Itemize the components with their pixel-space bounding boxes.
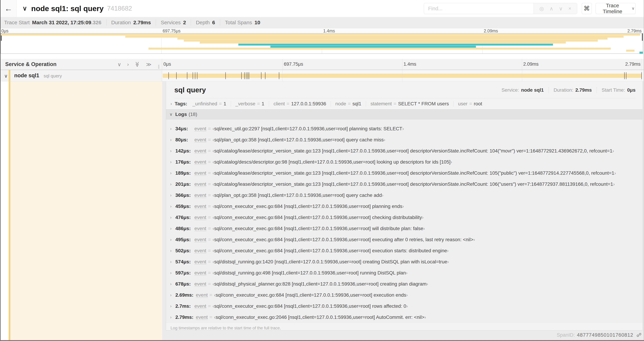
log-close-quote: › — [474, 237, 475, 242]
log-entry-row[interactable]: › 678μs: event = ‹sql/distsql_physical_p… — [166, 278, 642, 289]
log-field-value: sql/distsql_running.go:498 [nsql1,client… — [214, 270, 406, 276]
view-selector-button[interactable]: Trace Timeline ∨ — [596, 3, 636, 14]
log-field-value: sql/catalog/lease/descriptor_version_sta… — [214, 148, 612, 154]
log-entry-row[interactable]: › 476μs: event = ‹sql/conn_executor_exec… — [166, 212, 642, 223]
span-row-timeline-cell[interactable] — [163, 70, 642, 81]
log-marker-tick — [187, 72, 187, 79]
log-field-key: event — [194, 303, 206, 309]
log-entry-row[interactable]: › 189μs: event = ‹sql/catalog/lease/desc… — [166, 168, 642, 179]
clear-find-icon[interactable]: × — [568, 6, 572, 12]
link-icon[interactable] — [636, 332, 642, 338]
log-entry-row[interactable]: › 2.69ms: event = ‹sql/conn_executor_exe… — [166, 289, 642, 301]
trace-summary-item: Services 2 — [156, 20, 186, 26]
log-entry-row[interactable]: › 495μs: event = ‹sql/conn_executor_exec… — [166, 234, 642, 245]
log-marker-tick — [195, 72, 195, 79]
summary-value: 6 — [212, 20, 215, 26]
log-entry-row[interactable]: › 2.7ms: event = ‹sql/conn_executor_exec… — [166, 301, 642, 312]
log-field-key: event — [194, 237, 206, 242]
tick-label: 697.75μs — [163, 29, 180, 34]
service-color-strip — [9, 70, 10, 81]
tag-item: _unfinished = 1 — [192, 101, 226, 107]
minimap-span-bar — [184, 40, 598, 42]
back-button[interactable]: ← — [0, 0, 16, 17]
log-field-value: sql/plan_opt.go:358 [nsql1,client=127.0.… — [214, 137, 384, 143]
axis-tick-label: 2.09ms — [523, 62, 539, 67]
log-entry-row[interactable]: › 486μs: event = ‹sql/conn_executor_exec… — [166, 223, 642, 234]
log-entry-row[interactable]: › 502μs: event = ‹sql/conn_executor_exec… — [166, 245, 642, 256]
log-field-key: event — [194, 193, 206, 198]
chevron-right-icon: › — [170, 304, 173, 308]
span-row[interactable]: ∨ node sql1 sql query — [0, 70, 644, 82]
log-close-quote: › — [382, 192, 383, 198]
log-open-quote: ‹ — [212, 170, 214, 176]
log-entry-row[interactable]: › 142μs: event = ‹sql/catalog/lease/desc… — [166, 145, 642, 156]
next-match-icon[interactable]: ∨ — [559, 6, 563, 12]
log-open-quote: ‹ — [214, 292, 216, 298]
minimap-right-handle[interactable] — [642, 34, 643, 41]
keyboard-shortcuts-button[interactable]: ⌘ — [582, 3, 592, 14]
collapse-trace-icon[interactable]: ∨ — [22, 5, 27, 12]
left-column — [0, 82, 162, 340]
prev-match-icon[interactable]: ∧ — [550, 6, 553, 12]
span-detail-title: sql query — [174, 86, 206, 94]
back-icon: ← — [4, 4, 12, 13]
log-entry-row[interactable]: › 80μs: event = ‹sql/plan_opt.go:358 [ns… — [166, 134, 642, 145]
log-open-quote: ‹ — [212, 281, 214, 287]
tag-equals: = — [394, 101, 396, 107]
log-field-key: event — [194, 126, 206, 131]
logs-accordion-header[interactable]: ∨ Logs (18) — [166, 109, 642, 119]
log-entry-row[interactable]: › 176μs: event = ‹sql/catalog/descs/desc… — [166, 156, 642, 168]
log-field-key: event — [194, 204, 206, 209]
log-entry-row[interactable]: › 459μs: event = ‹sql/conn_executor_exec… — [166, 201, 642, 212]
log-marker-tick — [261, 72, 262, 79]
log-equals: = — [208, 270, 211, 276]
chevron-down-icon: ∨ — [632, 6, 634, 11]
focus-match-icon[interactable]: ◎ — [539, 6, 544, 12]
log-entry-row[interactable]: › 34μs: event = ‹sql/exec_util.go:2297 [… — [166, 123, 642, 134]
chevron-right-icon: › — [170, 138, 173, 142]
log-entry-row[interactable]: › 201μs: event = ‹sql/catalog/lease/desc… — [166, 179, 642, 190]
chevron-right-icon: › — [170, 271, 173, 275]
span-row-name-cell[interactable]: ∨ node sql1 sql query — [0, 70, 162, 81]
log-field-key: event — [194, 248, 206, 253]
log-timestamp: 142μs: — [175, 148, 192, 154]
find-control: ◎ ∧ ∨ × — [424, 3, 577, 14]
log-field-key: event — [194, 137, 206, 142]
log-marker-tick — [279, 72, 279, 79]
service-color-strip — [9, 82, 10, 340]
collapse-all-icon[interactable]: ≫ — [134, 62, 140, 67]
expand-one-icon[interactable]: › — [127, 61, 129, 67]
window-bottom-edge — [0, 340, 644, 341]
tag-key: client — [274, 101, 285, 107]
log-marker-tick — [197, 72, 197, 79]
logs-title: Logs — [175, 112, 187, 117]
timeline-gridline — [642, 59, 642, 70]
log-marker-tick — [168, 72, 169, 79]
log-entry-row[interactable]: › 574μs: event = ‹sql/distsql_running.go… — [166, 256, 642, 267]
tags-accordion[interactable]: › Tags: _unfinished = 1 _verbose = 1 cli… — [170, 98, 636, 109]
log-field-key: event — [194, 215, 206, 220]
log-entry-row[interactable]: › 366μs: event = ‹sql/plan_opt.go:358 [n… — [166, 190, 642, 201]
log-entry-row[interactable]: › 2.79ms: event = ‹sql/conn_executor_exe… — [166, 312, 642, 323]
log-open-quote: ‹ — [214, 314, 216, 320]
log-equals: = — [208, 248, 211, 253]
axis-tick-label: 697.75μs — [284, 62, 303, 67]
span-collapse-icon[interactable]: ∨ — [4, 73, 8, 79]
collapse-one-icon[interactable]: ∨ — [117, 61, 121, 67]
summary-value: 10 — [254, 20, 260, 26]
log-field-key: event — [194, 159, 206, 165]
span-id-value: 4877749850101760812 — [577, 332, 633, 338]
minimap-span-bar — [640, 52, 643, 54]
overview-label: Duration: — [554, 87, 573, 93]
log-open-quote: ‹ — [212, 303, 214, 309]
find-input[interactable] — [424, 3, 534, 14]
content-area: sql query Service: node sql1 Duration: 2… — [0, 82, 644, 340]
log-marker-tick — [265, 72, 266, 79]
timeline-minimap[interactable] — [1, 33, 643, 54]
tag-value: 127.0.0.1:59936 — [291, 101, 326, 107]
log-open-quote: ‹ — [212, 192, 214, 198]
log-entry-row[interactable]: › 597μs: event = ‹sql/distsql_running.go… — [166, 267, 642, 278]
trace-summary-item: Total Spans 10 — [220, 20, 260, 26]
column-resizer-handle[interactable]: ∥ — [158, 64, 160, 69]
expand-all-icon[interactable]: ≫ — [146, 61, 152, 67]
